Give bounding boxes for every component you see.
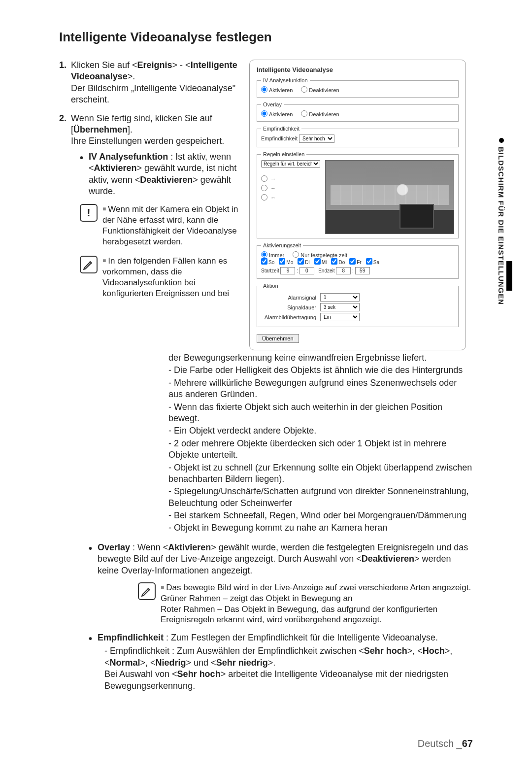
day-checkbox[interactable]: Do [331,260,345,265]
alarm-signal-select[interactable]: 1 [320,293,360,302]
legend: Regeln einstellen [261,151,306,157]
tab-dot-icon [499,138,504,143]
legend: Overlay [261,101,284,107]
group-overlay: Overlay Aktivieren Deaktivieren [257,101,459,122]
bullet-iv-function: IV Analysefunktion : Ist aktiv, wenn <Ak… [80,151,241,198]
step-number: 1. [59,60,66,71]
list-item: - Die Farbe oder Helligkeit des Objekts … [168,365,473,376]
end-hour-select[interactable]: 8 [336,267,351,274]
time-row: Startzeit 9 : 0 Endzeit 8 : 59 [261,267,454,274]
step-1: 1. Klicken Sie auf <Ereignis> - <Intelli… [59,60,241,106]
warning-icon: ! [80,204,98,222]
radio-overlay-deactivate[interactable]: Deaktivieren [301,111,339,117]
radio-fixed-time[interactable]: Nur festgelegte zeit [293,252,347,258]
continuation-text: der Bewegungserkennung keine einwandfrei… [59,352,473,692]
days-row: So Mo Di Mi Do Fr Sa [261,258,454,265]
panel-title: Intelligente Videoanalyse [257,66,459,73]
sensitivity-label: Empfindlichkeit [261,135,298,141]
alarm-image-select[interactable]: Ein [320,313,360,321]
day-checkbox[interactable]: So [261,260,274,265]
end-min-select[interactable]: 59 [355,267,370,274]
day-checkbox[interactable]: Sa [366,260,379,265]
settings-panel-screenshot: Intelligente Videoanalyse IV Analysefunk… [249,60,466,350]
note2-continuation: der Bewegungserkennung keine einwandfrei… [168,352,473,364]
info-note-2: ■Das bewegte Bild wird in der Live-Anzei… [138,582,473,625]
list-item: - Ein Objekt verdeckt andere Objekte. [168,425,473,437]
legend: IV Analysefunktion [261,77,310,83]
edge-tab-marker [506,261,512,291]
step-number: 2. [59,113,66,124]
camera-preview [325,160,454,234]
group-rules: Regeln einstellen Regeln für virt. berei… [257,151,459,238]
list-item: - Objekt ist zu schnell (zur Erkennung s… [168,462,473,485]
legend: Empfindlichkeit [261,126,301,132]
bullet-sensitivity: Empfindlichkeit : Zum Festlegen der Empf… [89,632,473,692]
direction-option-both[interactable]: ↔ [261,194,320,201]
start-min-select[interactable]: 0 [299,267,314,274]
step-2: 2. Wenn Sie fertig sind, klicken Sie auf… [59,113,241,198]
direction-option-left[interactable]: ← [261,185,320,191]
step-text: Wenn Sie fertig sind, klicken Sie auf [Ü… [71,113,224,146]
note-icon [80,256,98,273]
rules-select[interactable]: Regeln für virt. bereich [261,160,320,168]
instructions-column: 1. Klicken Sie auf <Ereignis> - <Intelli… [59,60,241,350]
action-label: Alarmbildübertragung [261,314,320,320]
info-note-1: ■In den folgenden Fällen kann es vorkomm… [80,256,241,299]
bullet-overlay: Overlay : Wenn <Aktivieren> gewählt wurd… [89,542,473,576]
list-item: - Spiegelung/Unschärfe/Schatten aufgrund… [168,486,473,509]
radio-overlay-activate[interactable]: Aktivieren [261,111,293,117]
list-item: - Wenn das fixierte Objekt sich auch wei… [168,402,473,425]
legend: Aktion [261,283,280,289]
list-item: - Mehrere willkürliche Bewegungen aufgru… [168,377,473,401]
direction-option-right[interactable]: → [261,175,320,182]
day-checkbox[interactable]: Mi [314,260,327,265]
action-label: Signaldauer [261,304,320,310]
step-text: Klicken Sie auf <Ereignis> - <Intelligen… [71,60,237,104]
warning-note: ! ■Wenn mit der Kamera ein Objekt in der… [80,204,241,247]
day-checkbox[interactable]: Di [298,260,309,265]
apply-button[interactable]: Übernehmen [257,334,299,343]
sensitivity-select[interactable]: Sehr hoch [299,135,334,143]
list-item: - 2 oder mehrere Objekte überdecken sich… [168,438,473,461]
day-checkbox[interactable]: Mo [279,260,293,265]
legend: Aktivierungszeit [261,242,303,248]
page-footer: Deutsch _67 [418,738,473,749]
list-item: - Bei starkem Schneefall, Regen, Wind od… [168,510,473,521]
note-icon [138,582,156,600]
start-hour-select[interactable]: 9 [280,267,295,274]
list-item: - Objekt in Bewegung kommt zu nahe an Ka… [168,522,473,534]
radio-activate[interactable]: Aktivieren [261,87,293,93]
group-iv-function: IV Analysefunktion Aktivieren Deaktivier… [257,77,459,98]
day-checkbox[interactable]: Fr [349,260,361,265]
signal-duration-select[interactable]: 3 sek [320,303,360,311]
section-tab: BILDSCHIRM FÜR DIE EINSTELLUNGEN [497,138,505,305]
group-activation-time: Aktivierungszeit Immer Nur festgelegte z… [257,242,459,279]
note2-list: - Die Farbe oder Helligkeit des Objekts … [168,365,473,534]
group-action: Aktion Alarmsignal1 Signaldauer3 sek Ala… [257,283,459,327]
group-sensitivity: Empfindlichkeit Empfindlichkeit Sehr hoc… [257,126,459,147]
radio-deactivate[interactable]: Deaktivieren [301,87,339,93]
radio-always[interactable]: Immer [261,252,284,258]
page-title: Intelligente Videoanalyse festlegen [59,30,473,45]
action-label: Alarmsignal [261,295,320,301]
